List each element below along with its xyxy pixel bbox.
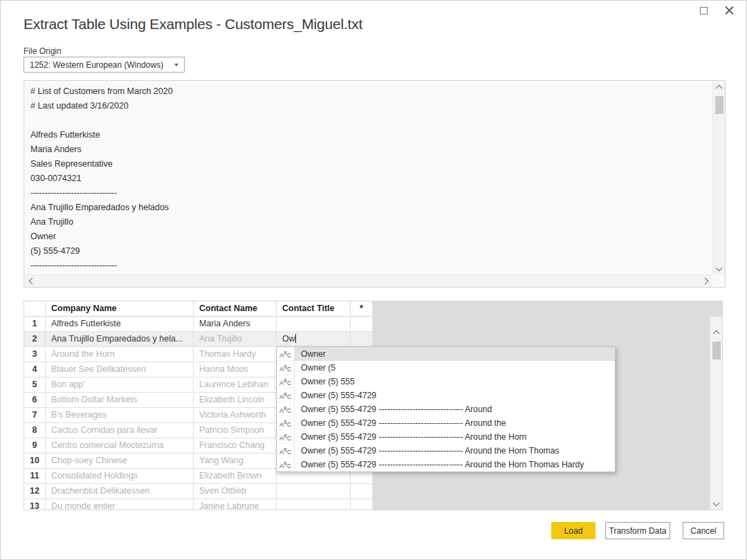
cell-extra[interactable] [351, 317, 373, 332]
preview-line: # List of Customers from March 2020 [30, 84, 706, 99]
autocomplete-dropdown: ABC Owner ABC Owner (5 ABC Owner (5) 555… [276, 346, 616, 472]
scroll-up-button[interactable] [710, 326, 722, 340]
header-contact-name[interactable]: Contact Name [194, 301, 277, 317]
scroll-down-button[interactable] [710, 496, 722, 510]
header-add-column[interactable]: * [351, 301, 373, 317]
table-row: 1 Alfreds Futterkiste Maria Anders [24, 317, 373, 332]
scroll-up-button[interactable] [713, 81, 725, 95]
cell-title[interactable] [277, 484, 351, 499]
load-button[interactable]: Load [551, 522, 596, 539]
cell-company[interactable]: B's Beverages [46, 408, 194, 423]
cell-company[interactable]: Bon app' [46, 377, 194, 393]
header-company-name[interactable]: Company Name [46, 301, 194, 317]
maximize-icon [700, 7, 708, 15]
row-number: 10 [24, 454, 46, 469]
text-type-icon: ABC [277, 402, 295, 416]
chevron-down-icon [174, 64, 178, 66]
row-number: 2 [24, 332, 46, 347]
suggestion-item[interactable]: ABC Owner (5) 555 [277, 375, 615, 389]
file-preview-pane: # List of Customers from March 2020 # La… [24, 80, 726, 288]
text-type-icon: ABC [277, 444, 295, 458]
dialog-title: Extract Table Using Examples - Customers… [24, 16, 362, 32]
cell-contact[interactable]: Patricio Simpson [194, 423, 277, 438]
suggestion-item[interactable]: ABC Owner (5) 555-4729 -----------------… [277, 458, 615, 472]
cell-extra[interactable] [351, 499, 373, 510]
header-contact-title[interactable]: Contact Title [277, 301, 351, 317]
cell-contact[interactable]: Hanna Moos [194, 362, 277, 377]
cell-company[interactable]: Around the Horn [46, 347, 194, 362]
preview-line: (5) 555-4729 [30, 244, 706, 259]
cell-company[interactable]: Centro comercial Moctezuma [46, 438, 194, 454]
cell-contact[interactable]: Elizabeth Brown [194, 469, 277, 484]
chevron-up-icon [713, 330, 720, 337]
cell-contact[interactable]: Maria Anders [194, 317, 277, 332]
table-vertical-scrollbar[interactable] [710, 317, 722, 510]
suggestion-text: Owner (5 [295, 361, 615, 375]
cell-contact[interactable]: Thomas Hardy [194, 347, 277, 362]
cell-title-editing[interactable]: Ow [277, 332, 351, 347]
row-number: 13 [24, 499, 46, 510]
suggestion-item[interactable]: ABC Owner [277, 347, 615, 361]
extract-table-dialog: Extract Table Using Examples - Customers… [0, 0, 747, 560]
row-number: 12 [24, 484, 46, 499]
cell-company[interactable]: Bottom-Dollar Markets [46, 393, 194, 408]
suggestion-item[interactable]: ABC Owner (5) 555-4729 -----------------… [277, 444, 615, 458]
cell-company[interactable]: Drachenblut Delikatessen [46, 484, 194, 499]
cell-contact[interactable]: Francisco Chang [194, 438, 277, 454]
cell-extra[interactable] [351, 332, 373, 347]
cell-contact[interactable]: Victoria Ashworth [194, 408, 277, 423]
cell-company[interactable]: Alfreds Futterkiste [46, 317, 194, 332]
cell-company[interactable]: Cactus Comidas para llevar [46, 423, 194, 438]
cell-company[interactable]: Consolidated Holdings [46, 469, 194, 484]
file-origin-select[interactable]: 1252: Western European (Windows) [24, 57, 185, 73]
close-icon [725, 6, 734, 15]
cancel-button[interactable]: Cancel [683, 522, 724, 539]
scroll-track [710, 360, 722, 496]
text-cursor [295, 334, 296, 343]
cell-contact[interactable]: Sven Ottlieb [194, 484, 277, 499]
scroll-down-button[interactable] [713, 261, 725, 274]
maximize-button[interactable] [697, 4, 710, 17]
cell-company[interactable]: Du monde entier [46, 499, 194, 510]
cell-contact[interactable]: Ana Trujillo [194, 332, 277, 347]
cell-company[interactable]: Ana Trujillo Emparedados y hela... [46, 332, 194, 347]
vertical-scroll-thumb[interactable] [715, 96, 723, 114]
scroll-left-button[interactable] [24, 275, 39, 288]
cell-title[interactable] [277, 499, 351, 510]
preview-horizontal-scrollbar[interactable] [24, 274, 712, 287]
close-button[interactable] [723, 4, 735, 17]
text-type-icon: ABC [277, 375, 295, 389]
text-type-icon: ABC [277, 416, 295, 430]
table-row: 13 Du monde entier Janine Labrune [24, 499, 373, 510]
preview-line: 030-0074321 [30, 171, 706, 186]
cell-contact[interactable]: Janine Labrune [194, 499, 277, 510]
row-number: 11 [24, 469, 46, 484]
vertical-scroll-thumb[interactable] [712, 342, 721, 360]
suggestion-item[interactable]: ABC Owner (5) 555-4729 -----------------… [277, 402, 615, 416]
cell-title[interactable] [277, 317, 351, 332]
cell-contact[interactable]: Laurence Lebihan [194, 377, 277, 393]
suggestion-item[interactable]: ABC Owner (5) 555-4729 -----------------… [277, 416, 615, 430]
preview-line: # Last updated 3/16/2020 [30, 99, 706, 113]
row-number: 7 [24, 408, 46, 423]
cell-company[interactable]: Chop-suey Chinese [46, 454, 194, 469]
suggestion-text: Owner (5) 555-4729 [295, 389, 615, 402]
cell-company[interactable]: Blauer See Delikatessen [46, 362, 194, 377]
suggestion-item[interactable]: ABC Owner (5) 555-4729 [277, 389, 615, 402]
text-type-icon: ABC [277, 389, 295, 402]
transform-data-button[interactable]: Transform Data [605, 522, 670, 539]
cell-contact[interactable]: Yang Wang [194, 454, 277, 469]
suggestion-text: Owner (5) 555-4729 ---------------------… [295, 458, 615, 472]
preview-vertical-scrollbar[interactable] [712, 81, 725, 274]
row-number: 5 [24, 377, 46, 393]
suggestion-item[interactable]: ABC Owner (5) 555-4729 -----------------… [277, 430, 615, 444]
scroll-right-button[interactable] [697, 275, 712, 288]
preview-line: Alfreds Futterkiste [30, 128, 706, 142]
chevron-down-icon [716, 264, 723, 271]
text-type-icon: ABC [277, 458, 295, 472]
scroll-track [713, 114, 725, 261]
cell-extra[interactable] [351, 484, 373, 499]
suggestion-item[interactable]: ABC Owner (5 [277, 361, 615, 375]
cell-contact[interactable]: Elizabeth Lincoln [194, 393, 277, 408]
preview-line: ------------------------------ [30, 186, 706, 200]
